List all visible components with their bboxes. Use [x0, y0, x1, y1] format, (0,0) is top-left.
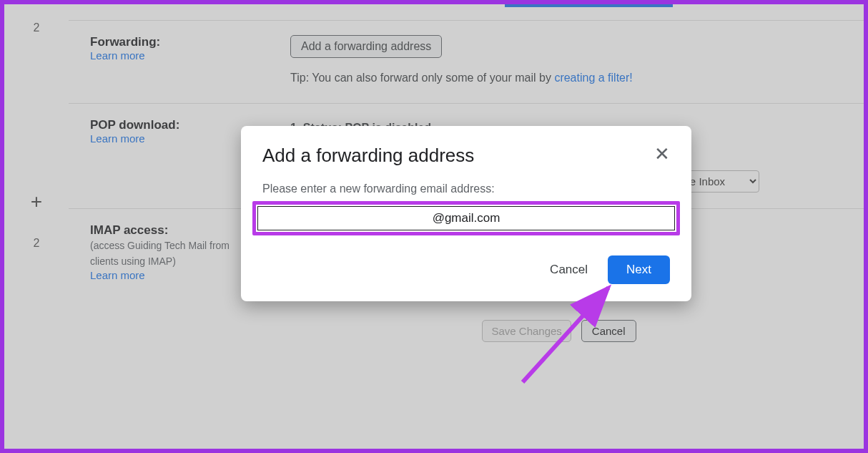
dialog-subtitle: Please enter a new forwarding email addr… [262, 182, 670, 195]
dialog-title: Add a forwarding address [262, 145, 474, 167]
dialog-cancel-button[interactable]: Cancel [550, 263, 588, 277]
dialog-next-button[interactable]: Next [608, 255, 670, 284]
add-forwarding-dialog: Add a forwarding address ✕ Please enter … [241, 126, 691, 301]
forwarding-email-input[interactable] [257, 206, 675, 230]
input-highlight-annotation [252, 201, 680, 235]
close-icon[interactable]: ✕ [654, 145, 670, 163]
